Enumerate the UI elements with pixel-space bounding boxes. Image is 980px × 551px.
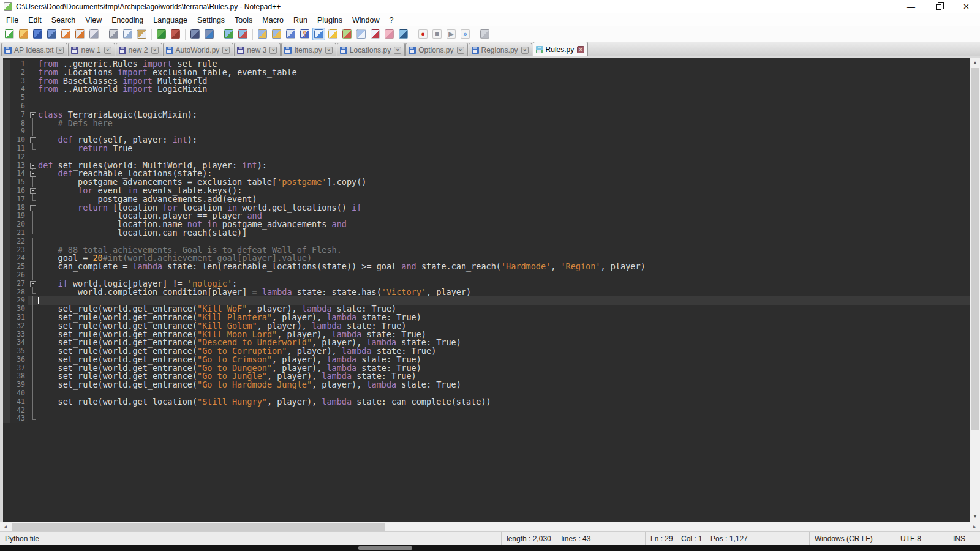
tab-close-icon[interactable]: ×	[577, 46, 584, 53]
menu-item-plugins[interactable]: Plugins	[312, 15, 347, 26]
menu-item-search[interactable]: Search	[47, 15, 81, 26]
paste-icon[interactable]	[135, 28, 148, 40]
tab-close-icon[interactable]: ×	[457, 47, 464, 54]
print-icon[interactable]	[88, 28, 100, 40]
document-map-icon[interactable]	[341, 28, 353, 40]
undo-icon[interactable]	[155, 28, 168, 40]
zoom-in-icon[interactable]	[222, 28, 235, 40]
word-wrap-icon[interactable]	[284, 28, 297, 40]
notepadpp-window: C:\Users\Dood\Documents\tmp\Archipelago\…	[0, 0, 980, 551]
macro-run-multiple-icon[interactable]: »	[459, 28, 472, 40]
tab-options-py[interactable]: Options.py×	[405, 43, 467, 56]
function-list-icon[interactable]	[369, 28, 382, 40]
fold-margin	[28, 195, 38, 204]
bookmark-margin	[3, 238, 10, 246]
tab-new-2[interactable]: new 2×	[116, 43, 162, 56]
fold-toggle-icon[interactable]	[28, 111, 38, 119]
save-icon[interactable]	[31, 28, 44, 40]
code-editor[interactable]: 1from ..generic.Rules import set_rule2fr…	[3, 58, 970, 522]
replace-icon[interactable]	[203, 28, 216, 40]
vertical-scrollbar-thumb[interactable]	[971, 68, 979, 430]
macro-record-icon[interactable]: ●	[417, 28, 429, 40]
fold-toggle-icon[interactable]	[28, 280, 38, 288]
zoom-out-icon[interactable]	[236, 28, 249, 40]
menu-item-file[interactable]: File	[1, 15, 23, 26]
tab-new-1[interactable]: new 1×	[68, 43, 115, 56]
bookmark-margin	[3, 77, 10, 86]
code-token: lambda	[366, 380, 396, 389]
menu-item-window[interactable]: Window	[347, 15, 384, 26]
tab-new-3[interactable]: new 3×	[234, 43, 281, 56]
fold-toggle-icon[interactable]	[28, 162, 38, 170]
tab-close-icon[interactable]: ×	[222, 47, 230, 54]
menu-item-settings[interactable]: Settings	[192, 15, 230, 26]
macro-play-icon[interactable]: ▶	[445, 28, 458, 40]
menu-item-language[interactable]: Language	[148, 15, 192, 26]
copy-icon[interactable]	[121, 28, 134, 40]
fold-toggle-icon[interactable]	[28, 170, 38, 178]
scroll-down-arrow-icon[interactable]: ▼	[970, 511, 980, 522]
redo-icon[interactable]	[169, 28, 182, 40]
sync-horizontal-scroll-icon[interactable]	[270, 28, 283, 40]
tab-items-py[interactable]: Items.py×	[281, 43, 336, 56]
show-all-characters-icon-glyph: ¶	[300, 29, 309, 39]
folder-as-workspace-icon[interactable]	[383, 28, 396, 40]
toolbar-separator	[185, 29, 186, 40]
new-file-icon[interactable]	[3, 28, 16, 40]
status-cursor-position: Ln : 29 Col : 1 Pos : 1,127	[646, 532, 810, 545]
save-all-icon[interactable]	[45, 28, 58, 40]
tab-close-icon[interactable]: ×	[270, 47, 277, 54]
menu-item-macro[interactable]: Macro	[257, 15, 288, 26]
menu-item-[interactable]: ?	[384, 15, 398, 26]
scroll-right-arrow-icon[interactable]: ►	[970, 524, 980, 530]
fold-toggle-icon[interactable]	[28, 187, 38, 195]
tab-autoworld-py[interactable]: AutoWorld.py×	[163, 43, 234, 56]
fold-toggle-icon[interactable]	[28, 136, 38, 144]
close-all-icon[interactable]	[74, 28, 86, 40]
tab-close-icon[interactable]: ×	[325, 47, 333, 54]
tab-close-icon[interactable]: ×	[521, 47, 529, 54]
vertical-scrollbar[interactable]: ▲ ▼	[970, 58, 980, 522]
code-token	[38, 143, 78, 153]
menu-item-view[interactable]: View	[80, 15, 107, 26]
find-icon[interactable]	[189, 28, 202, 40]
tab-close-icon[interactable]: ×	[151, 47, 159, 54]
tab-label: Regions.py	[481, 46, 518, 54]
code-token: , player)	[426, 287, 471, 297]
show-indent-guide-icon[interactable]	[312, 28, 325, 40]
cut-icon[interactable]	[107, 28, 120, 40]
horizontal-scrollbar-thumb[interactable]	[12, 523, 385, 531]
minimize-button[interactable]: —	[897, 0, 925, 13]
menu-item-encoding[interactable]: Encoding	[107, 15, 148, 26]
scroll-left-arrow-icon[interactable]: ◄	[0, 524, 10, 530]
tab-close-icon[interactable]: ×	[56, 47, 64, 54]
tab-locations-py[interactable]: Locations.py×	[337, 43, 405, 56]
code-token: state: len(reachable_locations(state)) >…	[162, 261, 401, 271]
open-file-icon[interactable]	[17, 28, 30, 40]
fold-toggle-icon[interactable]	[28, 204, 38, 212]
menu-item-run[interactable]: Run	[288, 15, 312, 26]
close-button[interactable]: ×	[952, 0, 980, 13]
tab-ap-ideas-txt[interactable]: AP Ideas.txt×	[1, 43, 67, 56]
tab-rules-py[interactable]: Rules.py×	[533, 42, 589, 56]
horizontal-scrollbar[interactable]: ◄ ►	[0, 522, 980, 531]
document-list-icon[interactable]	[355, 28, 368, 40]
tab-close-icon[interactable]: ×	[394, 47, 401, 54]
close-icon[interactable]	[59, 28, 72, 40]
macro-save-icon[interactable]	[478, 28, 491, 40]
sync-vertical-scroll-icon[interactable]	[256, 28, 269, 40]
tab-regions-py[interactable]: Regions.py×	[469, 43, 532, 56]
line-number: 39	[10, 381, 28, 389]
doc-switcher-icon[interactable]	[326, 28, 339, 40]
file-state-icon	[409, 47, 416, 54]
monitoring-icon[interactable]	[397, 28, 410, 40]
tab-close-icon[interactable]: ×	[104, 47, 111, 54]
scroll-up-arrow-icon[interactable]: ▲	[970, 58, 980, 68]
show-all-characters-icon[interactable]: ¶	[298, 28, 311, 40]
bookmark-margin	[3, 170, 10, 178]
taskbar-hint	[358, 546, 412, 550]
menu-item-tools[interactable]: Tools	[230, 15, 257, 26]
restore-button[interactable]	[925, 0, 952, 13]
macro-stop-icon[interactable]: ■	[431, 28, 443, 40]
menu-item-edit[interactable]: Edit	[23, 15, 47, 26]
